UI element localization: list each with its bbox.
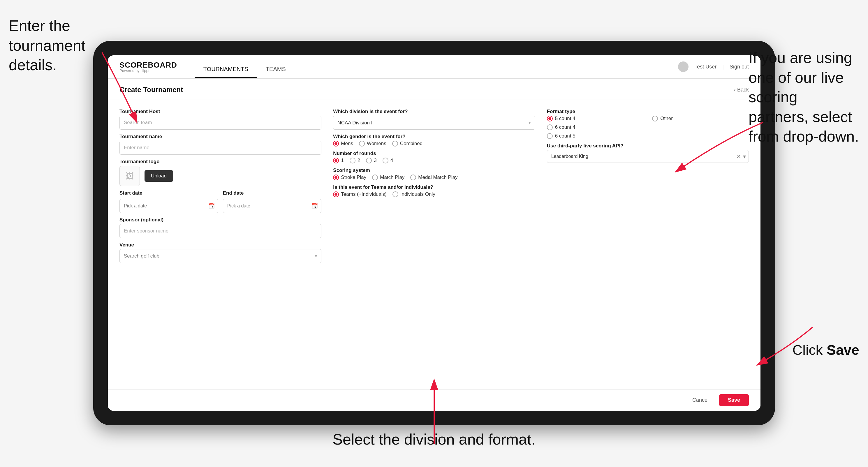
format-5count4-radio[interactable] <box>547 116 553 122</box>
team-search-input[interactable] <box>120 116 321 130</box>
live-scoring-field: Use third-party live scoring API? Leader… <box>547 143 749 163</box>
scoring-stroke[interactable]: Stroke Play <box>333 175 366 180</box>
brand-subtitle: Powered by clippt <box>120 69 177 72</box>
nav-tabs: TOURNAMENTS TEAMS <box>195 55 294 78</box>
scoring-medal[interactable]: Medal Match Play <box>410 175 458 180</box>
format-empty <box>652 124 749 130</box>
event-individuals-radio[interactable] <box>393 191 398 197</box>
rounds-4-label: 4 <box>391 158 393 163</box>
main-content: Create Tournament ‹ Back Tournament Host <box>108 79 761 411</box>
rounds-3-radio[interactable] <box>366 158 372 163</box>
annotation-enter-text: Enter the tournament details. <box>9 17 85 73</box>
column-1: Tournament Host Tournament name Tourname… <box>120 109 321 263</box>
sponsor-input[interactable] <box>120 224 321 238</box>
event-individuals[interactable]: Individuals Only <box>393 191 435 197</box>
pipe-divider: | <box>722 64 724 70</box>
start-date-field: Start date 📅 <box>120 190 218 213</box>
gender-radio-group: Mens Womens Combined <box>333 141 535 147</box>
gender-womens-radio[interactable] <box>359 141 365 147</box>
scoring-stroke-label: Stroke Play <box>341 175 366 180</box>
rounds-label: Number of rounds <box>333 151 535 156</box>
rounds-1-radio[interactable] <box>333 158 339 163</box>
scoring-medal-radio[interactable] <box>410 175 416 180</box>
event-teams-label: Teams (+Individuals) <box>341 191 386 197</box>
annotation-click-save: Click Save <box>793 341 859 359</box>
gender-womens[interactable]: Womens <box>359 141 386 147</box>
gender-mens-label: Mens <box>341 141 353 147</box>
date-row: Start date 📅 End date <box>120 190 321 213</box>
tablet-screen: SCOREBOARD Powered by clippt TOURNAMENTS… <box>108 55 761 411</box>
rounds-1[interactable]: 1 <box>333 158 344 163</box>
start-date-input[interactable] <box>120 199 218 213</box>
format-6count4[interactable]: 6 count 4 <box>547 124 644 130</box>
scoring-match-label: Match Play <box>380 175 404 180</box>
rounds-1-label: 1 <box>341 158 344 163</box>
brand: SCOREBOARD Powered by clippt <box>120 61 177 72</box>
format-type-label: Format type <box>547 109 749 115</box>
header-right: Test User | Sign out <box>678 61 749 72</box>
end-date-input[interactable] <box>223 199 322 213</box>
venue-wrap: ▼ <box>120 249 321 263</box>
gender-combined[interactable]: Combined <box>392 141 423 147</box>
rounds-2-radio[interactable] <box>350 158 355 163</box>
gender-combined-label: Combined <box>400 141 423 147</box>
division-select[interactable]: NCAA Division I <box>333 116 535 130</box>
annotation-division-text: Select the division and format. <box>333 431 535 448</box>
annotation-live-scoring: If you are using one of our live scoring… <box>748 48 859 147</box>
end-date-label: End date <box>223 190 322 196</box>
rounds-field: Number of rounds 1 2 <box>333 151 535 163</box>
form-body: Tournament Host Tournament name Tourname… <box>108 100 761 389</box>
live-scoring-value[interactable]: Leaderboard King ✕ ▾ <box>547 150 749 163</box>
event-teams[interactable]: Teams (+Individuals) <box>333 191 386 197</box>
scoring-match-radio[interactable] <box>372 175 378 180</box>
rounds-4[interactable]: 4 <box>382 158 393 163</box>
tournament-name-input[interactable] <box>120 141 321 155</box>
rounds-2[interactable]: 2 <box>350 158 360 163</box>
format-6count4-radio[interactable] <box>547 124 553 130</box>
format-other-radio[interactable] <box>652 116 658 122</box>
app-header: SCOREBOARD Powered by clippt TOURNAMENTS… <box>108 55 761 79</box>
scoring-label: Scoring system <box>333 167 535 173</box>
gender-mens-radio[interactable] <box>333 141 339 147</box>
annotation-live-text: If you are using one of our live scoring… <box>748 49 859 145</box>
rounds-3[interactable]: 3 <box>366 158 376 163</box>
sponsor-field: Sponsor (optional) <box>120 217 321 238</box>
column-3: Format type 5 count 4 Other <box>547 109 749 263</box>
tab-tournaments[interactable]: TOURNAMENTS <box>195 55 257 78</box>
format-6count5[interactable]: 6 count 5 <box>547 133 644 139</box>
format-6count5-radio[interactable] <box>547 133 553 139</box>
sign-out-link[interactable]: Sign out <box>730 64 749 70</box>
back-button[interactable]: ‹ Back <box>734 87 749 93</box>
cancel-button[interactable]: Cancel <box>686 394 714 406</box>
event-type-label: Is this event for Teams and/or Individua… <box>333 184 535 190</box>
format-type-grid: 5 count 4 Other 6 count 4 <box>547 116 749 139</box>
format-other[interactable]: Other <box>652 116 749 122</box>
annotation-enter-tournament: Enter the tournament details. <box>9 16 102 75</box>
format-other-label: Other <box>660 116 673 122</box>
team-search-wrap <box>120 116 321 130</box>
gender-combined-radio[interactable] <box>392 141 398 147</box>
gender-field: Which gender is the event for? Mens Wome… <box>333 134 535 147</box>
save-button[interactable]: Save <box>719 394 749 406</box>
venue-input[interactable] <box>120 249 321 263</box>
division-field: Which division is the event for? NCAA Di… <box>333 109 535 130</box>
format-6count4-label: 6 count 4 <box>555 124 576 130</box>
event-teams-radio[interactable] <box>333 191 339 197</box>
format-5count4[interactable]: 5 count 4 <box>547 116 644 122</box>
gender-mens[interactable]: Mens <box>333 141 353 147</box>
tab-teams[interactable]: TEAMS <box>257 55 294 78</box>
live-scoring-wrap: Leaderboard King ✕ ▾ <box>547 150 749 163</box>
scoring-stroke-radio[interactable] <box>333 175 339 180</box>
annotation-select-division: Select the division and format. <box>333 430 535 449</box>
format-type-field: Format type 5 count 4 Other <box>547 109 749 139</box>
start-date-wrap: 📅 <box>120 199 218 213</box>
scoring-radio-group: Stroke Play Match Play Medal Match Play <box>333 175 535 180</box>
logo-area: 🖼 Upload <box>120 166 321 186</box>
gender-womens-label: Womens <box>367 141 386 147</box>
annotation-click-text: Click <box>793 342 827 358</box>
upload-button[interactable]: Upload <box>145 170 173 182</box>
live-scoring-clear-icon[interactable]: ✕ ▾ <box>736 153 746 160</box>
gender-label: Which gender is the event for? <box>333 134 535 139</box>
scoring-match[interactable]: Match Play <box>372 175 404 180</box>
rounds-4-radio[interactable] <box>382 158 389 163</box>
